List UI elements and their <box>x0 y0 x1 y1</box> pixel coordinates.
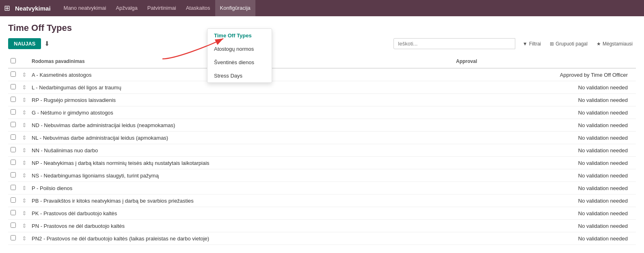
dropdown-item[interactable]: Atostogų normos <box>207 42 272 56</box>
row-approval: No validation needed <box>454 182 636 195</box>
main-area: Time Off Types NAUJAS ⬇ ▼ Filtrai ⊞ Grup… <box>0 16 644 251</box>
group-button[interactable]: ⊞ Grupuoti pagal <box>547 39 591 49</box>
select-all-checkbox[interactable] <box>11 58 16 63</box>
table-row: ⇕ NN - Nušalinimas nuo darbo No validati… <box>8 144 636 157</box>
row-name[interactable]: ND - Nebuvimas darbe administracijai lei… <box>29 119 454 132</box>
toolbar: NAUJAS ⬇ ▼ Filtrai ⊞ Grupuoti pagal ★ Mė… <box>8 38 636 49</box>
col-header-check <box>8 55 19 68</box>
table-row: ⇕ PK - Prastovos dėl darbuotojo kaltės N… <box>8 207 636 220</box>
drag-handle-icon[interactable]: ⇕ <box>22 197 27 204</box>
dropdown-item[interactable]: Šventinės dienos <box>207 56 272 69</box>
row-name[interactable]: RP - Rugsėjo pirmosios laisvadienis <box>29 94 454 106</box>
row-drag-handle-cell: ⇕ <box>19 106 29 119</box>
row-checkbox-cell <box>8 106 19 119</box>
row-approval: No validation needed <box>454 132 636 144</box>
row-approval: No validation needed <box>454 119 636 132</box>
row-approval: No validation needed <box>454 157 636 169</box>
row-checkbox-cell <box>8 220 19 232</box>
row-name[interactable]: PK - Prastovos dėl darbuotojo kaltės <box>29 207 454 220</box>
row-name[interactable]: NL - Nebuvimas darbe administracijai lei… <box>29 132 454 144</box>
row-checkbox[interactable] <box>11 160 16 165</box>
row-name[interactable]: PB - Pravaikštos ir kitoks neatvykimas į… <box>29 195 454 207</box>
table-row: ⇕ PN - Prastovos ne dėl darbuotojo kaltė… <box>8 220 636 232</box>
drag-handle-icon[interactable]: ⇕ <box>22 185 27 191</box>
row-name[interactable]: PN2 - Prastovos ne dėl darbuotojo kaltės… <box>29 232 454 245</box>
row-checkbox[interactable] <box>11 71 16 77</box>
drag-handle-icon[interactable]: ⇕ <box>22 147 27 154</box>
row-checkbox-cell <box>8 195 19 207</box>
row-drag-handle-cell: ⇕ <box>19 169 29 182</box>
row-name[interactable]: P - Poilsio dienos <box>29 182 454 195</box>
col-header-drag <box>19 55 29 68</box>
favorites-button[interactable]: ★ Mėgstamiausi <box>593 39 636 49</box>
nav-item-patvirtinimai[interactable]: Patvirtinimai <box>143 0 181 16</box>
filter-label: Filtrai <box>529 41 541 47</box>
drag-handle-icon[interactable]: ⇕ <box>22 134 27 141</box>
toolbar-right: ▼ Filtrai ⊞ Grupuoti pagal ★ Mėgstamiaus… <box>393 38 636 49</box>
table-row: ⇕ G - Nėštumo ir gimdymo atostogos No va… <box>8 106 636 119</box>
row-checkbox-cell <box>8 157 19 169</box>
row-checkbox[interactable] <box>11 185 16 190</box>
dropdown-item[interactable]: Stress Days <box>207 69 272 82</box>
table-row: ⇕ PB - Pravaikštos ir kitoks neatvykimas… <box>8 195 636 207</box>
group-icon: ⊞ <box>550 41 554 47</box>
row-checkbox[interactable] <box>11 122 16 127</box>
drag-handle-icon[interactable]: ⇕ <box>22 84 27 91</box>
row-checkbox[interactable] <box>11 147 16 152</box>
row-checkbox-cell <box>8 232 19 245</box>
row-drag-handle-cell: ⇕ <box>19 132 29 144</box>
row-checkbox[interactable] <box>11 134 16 140</box>
group-label: Grupuoti pagal <box>555 41 588 47</box>
row-name[interactable]: NN - Nušalinimas nuo darbo <box>29 144 454 157</box>
download-icon: ⬇ <box>44 40 50 47</box>
nav-item-apzvalga[interactable]: Apžvalga <box>111 0 142 16</box>
row-checkbox-cell <box>8 207 19 220</box>
table-row: ⇕ NS - Nedarbingumas ligoniams slaugyti,… <box>8 169 636 182</box>
drag-handle-icon[interactable]: ⇕ <box>22 71 27 78</box>
dropdown-item[interactable]: Time Off Types <box>207 29 272 42</box>
app-grid-icon[interactable]: ⊞ <box>4 4 10 13</box>
nav-item-konfiguracija[interactable]: Konfigūracija <box>215 0 255 16</box>
row-checkbox[interactable] <box>11 223 16 228</box>
table-row: ⇕ PN2 - Prastovos ne dėl darbuotojo kalt… <box>8 232 636 245</box>
table-row: ⇕ NP - Neatvykimas į darbą kitais normin… <box>8 157 636 169</box>
table-row: ⇕ A - Kasmetinės atostogos Approved by T… <box>8 68 636 81</box>
download-button[interactable]: ⬇ <box>44 40 50 48</box>
drag-handle-icon[interactable]: ⇕ <box>22 223 27 229</box>
row-checkbox[interactable] <box>11 235 16 240</box>
table-row: ⇕ NL - Nebuvimas darbe administracijai l… <box>8 132 636 144</box>
row-name[interactable]: NP - Neatvykimas į darbą kitais norminių… <box>29 157 454 169</box>
row-drag-handle-cell: ⇕ <box>19 220 29 232</box>
drag-handle-icon[interactable]: ⇕ <box>22 109 27 116</box>
drag-handle-icon[interactable]: ⇕ <box>22 172 27 179</box>
time-off-types-table: Rodomas pavadinimas Approval ⇕ A - Kasme… <box>8 55 636 245</box>
drag-handle-icon[interactable]: ⇕ <box>22 210 27 216</box>
row-checkbox[interactable] <box>11 210 16 215</box>
row-name[interactable]: PN - Prastovos ne dėl darbuotojo kaltės <box>29 220 454 232</box>
row-name[interactable]: L - Nedarbingumas dėl ligos ar traumų <box>29 81 454 94</box>
row-approval: No validation needed <box>454 220 636 232</box>
row-checkbox[interactable] <box>11 197 16 203</box>
row-checkbox[interactable] <box>11 109 16 115</box>
drag-handle-icon[interactable]: ⇕ <box>22 235 27 242</box>
table-row: ⇕ P - Poilsio dienos No validation neede… <box>8 182 636 195</box>
drag-handle-icon[interactable]: ⇕ <box>22 122 27 128</box>
col-header-approval: Approval <box>454 55 636 68</box>
search-input[interactable] <box>393 38 515 49</box>
new-button[interactable]: NAUJAS <box>8 38 41 49</box>
nav-item-ataskaitos[interactable]: Ataskaitos <box>181 0 215 16</box>
row-name[interactable]: NS - Nedarbingumas ligoniams slaugyti, t… <box>29 169 454 182</box>
drag-handle-icon[interactable]: ⇕ <box>22 160 27 166</box>
row-checkbox[interactable] <box>11 97 16 102</box>
row-drag-handle-cell: ⇕ <box>19 182 29 195</box>
row-name[interactable]: G - Nėštumo ir gimdymo atostogos <box>29 106 454 119</box>
filter-button[interactable]: ▼ Filtrai <box>519 39 544 49</box>
row-checkbox[interactable] <box>11 172 16 177</box>
row-approval: Approved by Time Off Officer <box>454 68 636 81</box>
star-icon: ★ <box>596 41 601 47</box>
app-name[interactable]: Neatvykimai <box>15 5 51 12</box>
drag-handle-icon[interactable]: ⇕ <box>22 97 27 103</box>
nav-item-mano[interactable]: Mano neatvykimai <box>59 0 111 16</box>
row-checkbox[interactable] <box>11 84 16 89</box>
filter-icon: ▼ <box>523 41 527 47</box>
